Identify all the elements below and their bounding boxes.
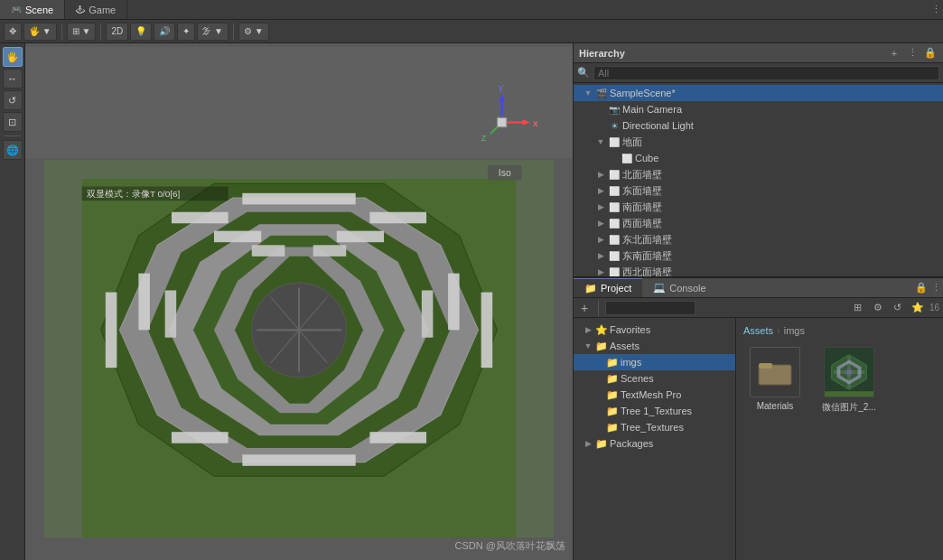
proj-icon-scenes: 📁 [606, 373, 619, 385]
project-item-scenes[interactable]: 📁Scenes [574, 370, 735, 387]
scene-tab[interactable]: 🎮 Scene [0, 0, 65, 19]
settings-btn[interactable]: ⚙ [870, 300, 886, 316]
proj-arrow-assets[interactable]: ▼ [583, 341, 593, 350]
grid-view-btn[interactable]: ⊞ [850, 300, 866, 316]
game-tab[interactable]: 🕹 Game [65, 0, 127, 19]
tree-label-east_wall: 东面墙壁 [622, 184, 662, 198]
scale-tool[interactable]: ⊡ [3, 112, 23, 132]
hierarchy-lock-btn[interactable]: 🔒 [923, 46, 938, 61]
scene-view[interactable]: x Y z Iso 双显模式：录像T 0/0[6] CSDN @风吹落叶花飘荡 [25, 43, 573, 560]
tree-icon-ne_wall: ⬜ [608, 233, 621, 246]
path-sep: › [777, 325, 780, 336]
project-search-input[interactable] [605, 301, 696, 315]
hierarchy-item-north_wall[interactable]: ▶⬜北面墙壁 [574, 166, 943, 182]
project-options-btn[interactable]: ⋮ [929, 281, 943, 295]
hierarchy-item-west_wall[interactable]: ▶⬜西面墙壁 [574, 215, 943, 231]
tree-arrow-east_wall[interactable]: ▶ [595, 186, 606, 195]
asset-item-wechat_img[interactable]: 微信图片_2... [817, 343, 881, 417]
project-item-treetex[interactable]: 📁Tree_Textures [574, 419, 735, 435]
tree-arrow-dimian[interactable]: ▼ [595, 137, 606, 146]
hierarchy-item-south_wall[interactable]: ▶⬜南面墙壁 [574, 199, 943, 215]
tree-label-south_wall: 南面墙壁 [622, 201, 662, 214]
tree-arrow-south_wall[interactable]: ▶ [595, 202, 606, 211]
console-tab[interactable]: 💻 Console [642, 278, 716, 297]
proj-arrow-favorites[interactable]: ▶ [583, 325, 593, 334]
assets-root[interactable]: Assets [743, 325, 773, 336]
scene-toolbar: ✥ 🖐 ▼ ⊞ ▼ 2D 💡 🔊 ✦ 🌫 ▼ ⚙ ▼ [0, 20, 943, 43]
skybox-btn[interactable]: 🌫 ▼ [197, 23, 229, 41]
asset-item-materials[interactable]: Materials [743, 343, 807, 417]
svg-text:x: x [533, 117, 538, 128]
tree-icon-dir_light: ☀ [608, 119, 621, 132]
project-item-tree1tex[interactable]: 📁Tree 1_Textures [574, 403, 735, 419]
hierarchy-search-input[interactable] [593, 66, 939, 80]
project-item-assets[interactable]: ▼📁Assets [574, 338, 735, 354]
game-tab-icon: 🕹 [76, 5, 85, 14]
tree-icon-se_wall: ⬜ [608, 249, 621, 262]
rotate-tool[interactable]: ↺ [3, 90, 23, 110]
more-options-icon[interactable]: ⋮ [929, 3, 943, 17]
hierarchy-tree: ▼🎬SampleScene*📷Main Camera☀Directional L… [574, 83, 943, 276]
svg-rect-26 [448, 274, 460, 331]
svg-rect-56 [825, 391, 873, 397]
svg-rect-23 [138, 274, 150, 331]
svg-rect-25 [481, 293, 493, 369]
svg-text:z: z [481, 132, 487, 143]
globe-tool[interactable]: 🌐 [3, 140, 23, 160]
svg-rect-29 [172, 432, 229, 443]
hierarchy-item-se_wall[interactable]: ▶⬜东南面墙壁 [574, 247, 943, 264]
grid-btn[interactable]: ⊞ ▼ [67, 23, 97, 41]
tree-arrow-north_wall[interactable]: ▶ [595, 170, 606, 179]
project-toolbar: + ⊞ ⚙ ↺ ⭐ 16 [574, 298, 943, 318]
folder-icon: 📁 [584, 283, 597, 294]
tree-arrow-se_wall[interactable]: ▶ [595, 251, 606, 260]
hierarchy-item-ne_wall[interactable]: ▶⬜东北面墙壁 [574, 231, 943, 247]
hierarchy-item-sample_scene[interactable]: ▼🎬SampleScene* [574, 85, 943, 101]
proj-label-packages: Packages [610, 438, 653, 449]
project-item-textmesh[interactable]: 📁TextMesh Pro [574, 387, 735, 403]
project-add-btn[interactable]: + [577, 301, 592, 315]
hand-tool-btn[interactable]: 🖐 ▼ [23, 23, 57, 41]
console-icon: 💻 [653, 282, 666, 294]
hierarchy-item-cube[interactable]: ⬜Cube [574, 150, 943, 166]
audio-btn[interactable]: 🔊 [154, 23, 175, 41]
bottom-right-panel: 📁 Project 💻 Console 🔒 ⋮ + ⊞ ⚙ ↺ ⭐ [574, 278, 943, 560]
project-lock-btn[interactable]: 🔒 [914, 281, 929, 295]
hierarchy-item-east_wall[interactable]: ▶⬜东面墙壁 [574, 182, 943, 199]
translate-tool[interactable]: ↔ [3, 69, 23, 89]
hierarchy-add-btn[interactable]: + [887, 46, 901, 61]
tree-arrow-ne_wall[interactable]: ▶ [595, 235, 606, 244]
fx-btn[interactable]: ✦ [177, 23, 195, 41]
proj-icon-textmesh: 📁 [606, 389, 619, 401]
proj-sep [598, 300, 599, 316]
hierarchy-item-dir_light[interactable]: ☀Directional Light [574, 117, 943, 134]
svg-rect-30 [369, 432, 426, 443]
project-item-imgs[interactable]: 📁imgs [574, 354, 735, 370]
tree-arrow-nw_wall[interactable]: ▶ [595, 267, 606, 276]
gizmos-btn[interactable]: ⚙ ▼ [238, 23, 269, 41]
hierarchy-options-btn[interactable]: ⋮ [905, 46, 920, 61]
hierarchy-item-dimian[interactable]: ▼⬜地面 [574, 134, 943, 150]
tree-icon-main_camera: 📷 [608, 103, 621, 116]
assets-grid: Materials 微信图片_2... [743, 343, 936, 417]
game-tab-label: Game [89, 5, 116, 15]
asset-label-wechat_img: 微信图片_2... [822, 401, 875, 414]
proj-arrow-packages[interactable]: ▶ [583, 439, 593, 448]
project-item-favorites[interactable]: ▶⭐Favorites [574, 322, 735, 338]
project-item-packages[interactable]: ▶📁Packages [574, 435, 735, 452]
tree-arrow-sample_scene[interactable]: ▼ [583, 89, 593, 98]
star-btn[interactable]: ⭐ [910, 300, 926, 316]
2d-btn[interactable]: 2D [106, 23, 128, 41]
project-tab[interactable]: 📁 Project [574, 278, 642, 297]
light-btn[interactable]: 💡 [130, 23, 152, 41]
refresh-btn[interactable]: ↺ [890, 300, 906, 316]
hand-tool[interactable]: 🖐 [3, 47, 23, 67]
top-tab-bar: 🎮 Scene 🕹 Game ⋮ [0, 0, 943, 20]
hierarchy-item-nw_wall[interactable]: ▶⬜西北面墙壁 [574, 264, 943, 276]
move-tool-btn[interactable]: ✥ [4, 23, 22, 41]
tree-arrow-west_wall[interactable]: ▶ [595, 219, 606, 228]
tree-label-north_wall: 北面墙壁 [622, 168, 662, 182]
svg-rect-19 [337, 231, 384, 243]
proj-icon-tree1tex: 📁 [606, 406, 619, 417]
hierarchy-item-main_camera[interactable]: 📷Main Camera [574, 101, 943, 117]
